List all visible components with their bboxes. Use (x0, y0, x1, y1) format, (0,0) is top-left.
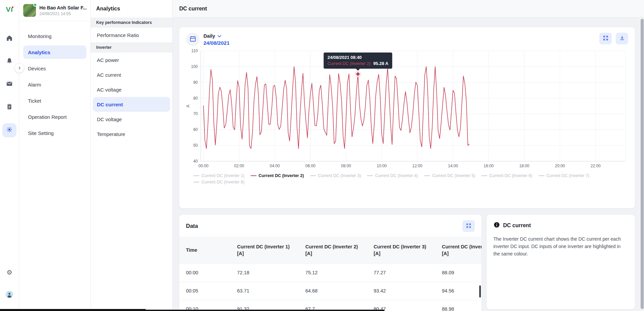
table-cell: 77.27 (367, 264, 435, 282)
app-logo[interactable]: Vı (6, 5, 13, 15)
tooltip-timestamp: 24/08/2021 08:40 (328, 55, 388, 60)
menu-item-monitoring[interactable]: Monitoring (23, 29, 86, 43)
legend-label: Current DC (Inverter 5) (432, 173, 475, 178)
legend-item-current-dc-inverter-7[interactable]: Current DC (Inverter 7) (538, 173, 590, 178)
submenu-item-ac-power[interactable]: AC power (93, 53, 170, 67)
data-table-scroll-container[interactable]: TimeCurrent DC (Inverter 1)[A]Current DC… (179, 237, 482, 311)
legend-label: Current DC (Inverter 1) (201, 173, 244, 178)
table-cell: 94.56 (435, 282, 482, 300)
table-cell: 93.42 (367, 282, 435, 300)
calendar-button[interactable] (186, 33, 199, 46)
site-name: Ho Bao Anh Solar F... (39, 5, 87, 10)
column-header-current-dc-inverter-1: Current DC (Inverter 1)[A] (230, 237, 299, 264)
submenu-item-ac-voltage[interactable]: AC voltage (93, 82, 170, 97)
svg-text:16:00: 16:00 (484, 164, 494, 168)
submenu-item-temperature[interactable]: Temperature (93, 127, 170, 141)
data-table: TimeCurrent DC (Inverter 1)[A]Current DC… (179, 237, 482, 311)
chevron-right-icon (17, 65, 22, 71)
sun-icon (6, 126, 13, 135)
table-cell: 64.68 (299, 282, 367, 300)
legend-item-current-dc-inverter-2[interactable]: Current DC (Inverter 2) (251, 173, 304, 178)
period-dropdown[interactable]: Daily (203, 33, 230, 39)
app-window: Vı (0, 0, 644, 311)
chart-fullscreen-button[interactable] (599, 33, 612, 44)
svg-text:10:00: 10:00 (377, 164, 387, 168)
menu-item-operation-report[interactable]: Operation Report (23, 110, 86, 124)
logo-dot (12, 6, 13, 8)
svg-text:06:00: 06:00 (305, 164, 315, 168)
menu-item-analytics[interactable]: Analytics (23, 45, 86, 59)
rail-solar-analytics-button[interactable] (2, 123, 16, 137)
rail-notifications-button[interactable] (2, 55, 16, 69)
page-titlebar: DC current (173, 0, 644, 18)
submenu-item-dc-current[interactable]: DC current (93, 97, 170, 112)
info-icon (493, 221, 500, 230)
table-row: 00:0563.7164.6893.4294.56 (179, 282, 482, 300)
legend-label: Current DC (Inverter 8) (201, 180, 244, 184)
legend-dash (193, 182, 199, 183)
svg-text:04:00: 04:00 (270, 164, 280, 168)
data-card-title: Data (186, 223, 198, 229)
legend-item-current-dc-inverter-8[interactable]: Current DC (Inverter 8) (193, 180, 244, 184)
date-picker-value[interactable]: 24/08/2021 (203, 40, 230, 46)
legend-item-current-dc-inverter-5[interactable]: Current DC (Inverter 5) (424, 173, 475, 178)
avatar-icon (5, 290, 13, 300)
user-avatar[interactable] (2, 288, 16, 302)
expand-icon (466, 223, 471, 230)
gear-icon: ⚙ (6, 269, 12, 276)
tooltip-series-label: Current DC (Inverter 2): (328, 61, 372, 66)
submenu-title: Analytics (91, 0, 172, 18)
legend-dash (367, 175, 373, 176)
calendar-icon (189, 35, 197, 44)
rail-home-button[interactable] (2, 32, 16, 46)
submenu-item-performance-ratio[interactable]: Performance Ratio (93, 28, 170, 42)
site-selector[interactable]: Ho Bao Anh Solar F... 24/08/2021 14:55 (19, 0, 90, 21)
table-row: 00:0072.1875.1277.2788.09 (179, 264, 482, 282)
table-vertical-scrollbar[interactable] (479, 285, 481, 298)
submenu-groups: Key performance IndicatorsPerformance Ra… (91, 18, 172, 141)
home-icon (6, 34, 13, 43)
legend-item-current-dc-inverter-6[interactable]: Current DC (Inverter 6) (481, 173, 532, 178)
menu-item-devices[interactable]: Devices (23, 62, 86, 75)
nav-rail: Vı (0, 0, 19, 311)
table-fullscreen-button[interactable] (462, 220, 475, 232)
submenu-item-dc-voltage[interactable]: DC voltage (93, 112, 170, 127)
svg-text:08:00: 08:00 (341, 164, 351, 168)
menu-panel: Ho Bao Anh Solar F... 24/08/2021 14:55 M… (19, 0, 91, 311)
svg-text:90: 90 (193, 80, 198, 85)
bell-icon (6, 57, 13, 66)
svg-text:20:00: 20:00 (555, 164, 565, 168)
sidebar-collapse-button[interactable] (15, 64, 24, 73)
table-header-row: TimeCurrent DC (Inverter 1)[A]Current DC… (179, 237, 482, 264)
chart-tooltip: 24/08/2021 08:40 Current DC (Inverter 2)… (324, 53, 392, 69)
chart-card: Daily 24/08/2021 (179, 27, 635, 208)
svg-text:110: 110 (191, 48, 198, 53)
table-cell: 00:00 (179, 264, 230, 282)
menu-item-site-setting[interactable]: Site Setting (23, 126, 86, 140)
legend-item-current-dc-inverter-4[interactable]: Current DC (Inverter 4) (367, 173, 418, 178)
window-scrollbar-thumb[interactable] (641, 19, 644, 309)
svg-text:A: A (186, 104, 190, 107)
main-content: DC current Daily (173, 0, 644, 311)
legend-item-current-dc-inverter-3[interactable]: Current DC (Inverter 3) (310, 173, 361, 178)
rail-messages-button[interactable] (2, 77, 16, 92)
mail-icon (6, 80, 13, 89)
expand-icon (603, 35, 609, 42)
submenu-item-ac-current[interactable]: AC current (93, 67, 170, 82)
svg-text:60: 60 (193, 127, 198, 132)
column-header-time: Time (179, 237, 230, 264)
table-cell: 75.12 (299, 264, 367, 282)
menu-item-alarm[interactable]: Alarm (23, 78, 86, 91)
svg-text:14:00: 14:00 (448, 164, 458, 168)
column-header-current-dc-inverter-4: Current DC (Inverter 4)[A] (435, 237, 482, 264)
settings-button[interactable]: ⚙ (2, 265, 16, 279)
rail-tasks-button[interactable] (2, 100, 16, 114)
legend-item-current-dc-inverter-1[interactable]: Current DC (Inverter 1) (193, 173, 244, 178)
svg-text:80: 80 (193, 96, 198, 101)
chart-download-button[interactable] (616, 33, 628, 44)
chart-plot-area[interactable]: 40506070809010011000:0002:0004:0006:0008… (185, 47, 629, 173)
menu-item-ticket[interactable]: Ticket (23, 94, 86, 107)
data-card: Data TimeCurrent DC (Inverter 1)[A]Curre… (179, 215, 482, 311)
svg-text:18:00: 18:00 (519, 164, 529, 168)
table-horizontal-scrollbar[interactable] (146, 310, 384, 311)
